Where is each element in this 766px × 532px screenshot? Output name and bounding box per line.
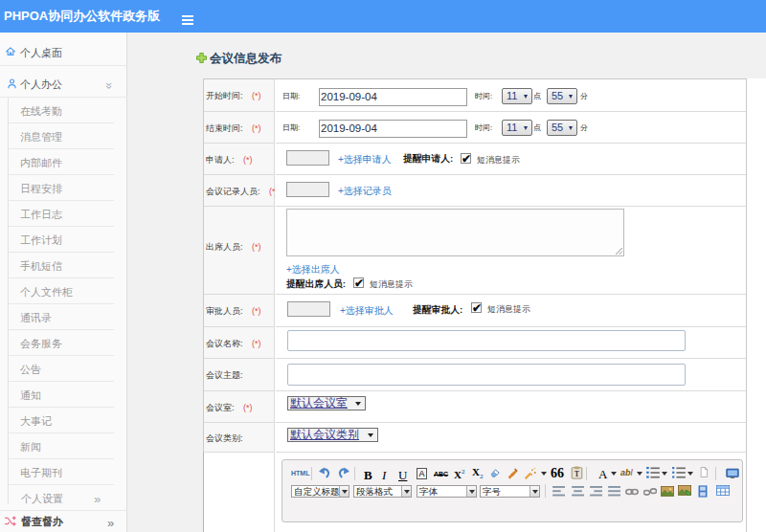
svg-text:T: T xyxy=(574,470,579,478)
